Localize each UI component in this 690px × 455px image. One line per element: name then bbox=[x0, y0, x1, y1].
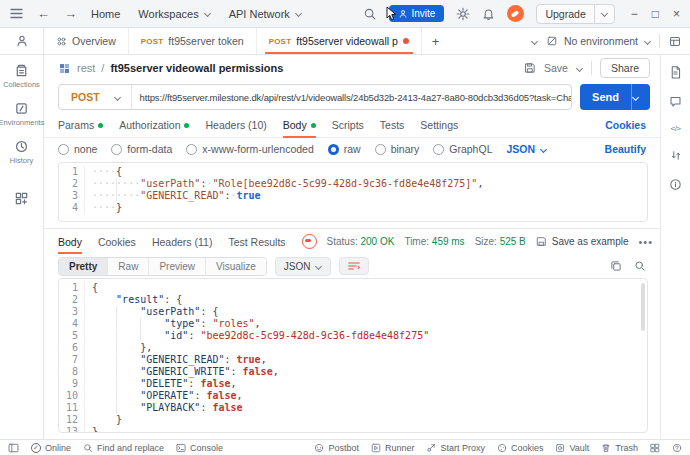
request-title[interactable]: ft95server videowall permissions bbox=[110, 62, 283, 74]
response-language-label: JSON bbox=[284, 261, 311, 272]
breadcrumb-collection[interactable]: rest bbox=[77, 62, 95, 74]
body-mode-x-www-form-urlencoded[interactable]: x-www-form-urlencoded bbox=[186, 143, 313, 155]
request-tab[interactable]: POSTft95server token bbox=[129, 28, 257, 54]
send-button[interactable]: Send bbox=[580, 84, 650, 110]
response-tab-body[interactable]: Body bbox=[58, 229, 82, 254]
radio-icon bbox=[375, 144, 386, 155]
view-preview[interactable]: Preview bbox=[149, 258, 206, 275]
more-options-icon[interactable]: ••• bbox=[639, 236, 654, 248]
info-icon[interactable] bbox=[669, 178, 682, 191]
window-close-button[interactable]: × bbox=[673, 7, 680, 21]
find-and-replace-button[interactable]: Find and replace bbox=[83, 443, 164, 453]
response-tab-cookies[interactable]: Cookies bbox=[98, 229, 136, 254]
code-line: 4 "type": "roles", bbox=[59, 318, 647, 330]
window-minimize-button[interactable]: − bbox=[631, 7, 638, 21]
request-tab-settings[interactable]: Settings bbox=[420, 113, 458, 137]
view-visualize[interactable]: Visualize bbox=[206, 258, 266, 275]
body-mode-form-data[interactable]: form-data bbox=[111, 143, 172, 155]
body-mode-binary[interactable]: binary bbox=[375, 143, 420, 155]
comments-icon[interactable] bbox=[669, 95, 682, 108]
help-icon[interactable] bbox=[672, 443, 682, 453]
request-tab-params[interactable]: Params bbox=[58, 113, 103, 137]
copy-response-icon[interactable] bbox=[610, 260, 622, 272]
tab-overview[interactable]: Overview bbox=[44, 28, 129, 54]
runner-button[interactable]: Runner bbox=[371, 443, 415, 453]
window-maximize-button[interactable]: □ bbox=[652, 7, 659, 21]
forward-icon[interactable]: → bbox=[64, 6, 77, 21]
chevron-down-icon bbox=[295, 10, 302, 17]
send-options-chevron-icon[interactable] bbox=[632, 94, 650, 101]
related-requests-icon[interactable] bbox=[670, 149, 682, 162]
environment-quick-look-icon[interactable] bbox=[668, 35, 682, 48]
beautify-link[interactable]: Beautify bbox=[605, 143, 646, 155]
save-as-example-button[interactable]: Save as example bbox=[536, 236, 629, 247]
nav-item-home[interactable]: Home bbox=[91, 8, 120, 20]
token: false bbox=[212, 402, 242, 413]
wrap-line-button[interactable] bbox=[339, 257, 369, 275]
code-snippet-icon[interactable]: </> bbox=[670, 124, 680, 133]
select-windows-icon[interactable] bbox=[650, 443, 660, 453]
view-pretty[interactable]: Pretty bbox=[59, 258, 108, 275]
url-input[interactable]: https://ft95server.milestone.dk/api/rest… bbox=[132, 92, 572, 103]
response-language-selector[interactable]: JSON bbox=[275, 257, 332, 276]
response-tab-headers-11-[interactable]: Headers (11) bbox=[152, 229, 213, 254]
response-body-viewer[interactable]: 1{2 "result": {3 "userPath": {4 "type": … bbox=[58, 278, 648, 433]
search-icon[interactable] bbox=[363, 7, 377, 21]
start-proxy-button[interactable]: Start Proxy bbox=[426, 443, 485, 453]
request-body-editor[interactable]: 1····{2········"userPath":·"Role[bee92d8… bbox=[58, 162, 648, 222]
online-status[interactable]: ✓Online bbox=[31, 443, 71, 453]
scrollbar-thumb[interactable] bbox=[641, 283, 645, 331]
body-language-selector[interactable]: JSON bbox=[506, 143, 547, 155]
body-mode-none[interactable]: none bbox=[58, 143, 97, 155]
notifications-bell-icon[interactable] bbox=[482, 7, 495, 21]
code-line: 5 "id": "bee92d8c-5c99-428d-9c36-fd8e4e4… bbox=[59, 330, 647, 342]
nav-item-api-network[interactable]: API Network bbox=[229, 8, 302, 20]
console-button[interactable]: Console bbox=[176, 443, 223, 453]
postbot-button[interactable]: Postbot bbox=[314, 443, 359, 453]
save-button[interactable]: Save bbox=[544, 62, 568, 74]
save-options-chevron-icon[interactable] bbox=[576, 65, 583, 72]
settings-gear-icon[interactable] bbox=[456, 7, 470, 21]
postman-logo[interactable] bbox=[507, 5, 524, 22]
environment-selector[interactable]: No environment bbox=[546, 35, 651, 47]
toggle-sidebar-icon[interactable] bbox=[8, 443, 19, 453]
upgrade-button[interactable]: Upgrade bbox=[536, 4, 614, 24]
nav-item-workspaces[interactable]: Workspaces bbox=[138, 8, 210, 20]
request-tab-tests[interactable]: Tests bbox=[380, 113, 405, 137]
line-number: 3 bbox=[59, 306, 85, 318]
sidebar-item-collections[interactable]: Collections bbox=[0, 55, 43, 93]
new-tab-button[interactable]: + bbox=[422, 28, 450, 54]
share-button[interactable]: Share bbox=[600, 58, 650, 78]
documentation-icon[interactable] bbox=[669, 65, 682, 79]
request-tab-authorization[interactable]: Authorization bbox=[119, 113, 189, 137]
request-tab-body[interactable]: Body bbox=[283, 113, 316, 137]
token: , bbox=[146, 342, 152, 353]
back-icon[interactable]: ← bbox=[37, 6, 50, 21]
request-tab[interactable]: POSTft95server videowall p bbox=[257, 28, 422, 54]
body-mode-GraphQL[interactable]: GraphQL bbox=[433, 143, 492, 155]
sidebar-item-history[interactable]: History bbox=[0, 131, 43, 169]
cookies-button[interactable]: Cookies bbox=[497, 443, 544, 453]
request-tab-scripts[interactable]: Scripts bbox=[332, 113, 364, 137]
status-bar: ✓Online Find and replace Console Postbot… bbox=[0, 439, 690, 455]
chevron-down-icon[interactable] bbox=[595, 7, 614, 20]
search-response-icon[interactable] bbox=[634, 260, 646, 272]
nav-item-label: API Network bbox=[229, 8, 290, 20]
indent bbox=[92, 318, 116, 329]
sidebar-more-tools-button[interactable] bbox=[0, 183, 43, 210]
request-tab-headers-10-[interactable]: Headers (10) bbox=[205, 113, 266, 137]
indent bbox=[92, 414, 116, 425]
response-tab-test-results[interactable]: Test Results bbox=[228, 229, 285, 254]
tab-list-chevron-icon[interactable] bbox=[531, 38, 538, 45]
view-raw[interactable]: Raw bbox=[108, 258, 149, 275]
body-mode-raw[interactable]: raw bbox=[328, 143, 361, 155]
environments-label: Environments bbox=[0, 118, 44, 127]
vault-button[interactable]: Vault bbox=[555, 443, 589, 453]
trash-button[interactable]: Trash bbox=[601, 443, 638, 453]
sidebar-item-environments[interactable]: Environments bbox=[0, 93, 43, 131]
method-selector[interactable]: POST bbox=[59, 85, 132, 109]
cookies-link[interactable]: Cookies bbox=[605, 119, 646, 131]
postbot-icon[interactable] bbox=[302, 234, 317, 249]
workspace-profile-button[interactable] bbox=[0, 28, 43, 55]
menu-icon[interactable] bbox=[10, 8, 23, 19]
